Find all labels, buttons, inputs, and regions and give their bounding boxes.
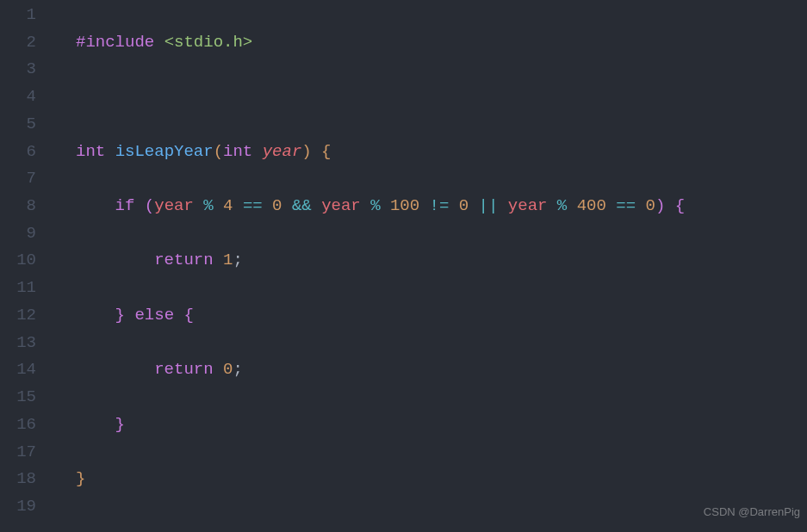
operator: == (243, 196, 263, 215)
code-line: } (76, 466, 807, 493)
line-number: 16 (0, 411, 36, 439)
code-line: } else { (76, 302, 807, 330)
operator: % (203, 196, 213, 215)
line-number: 10 (0, 247, 36, 275)
number: 4 (223, 196, 233, 215)
code-line (76, 84, 807, 111)
brace-open: { (675, 196, 685, 215)
operator: || (479, 196, 499, 215)
if-keyword: if (115, 196, 135, 215)
function-name: isLeapYear (115, 142, 214, 161)
paren-close: ) (301, 142, 311, 161)
paren-open: ( (214, 142, 223, 161)
line-number-gutter: 1 2 3 4 5 6 7 8 9 10 11 12 13 14 15 16 1… (0, 0, 52, 532)
code-editor: 1 2 3 4 5 6 7 8 9 10 11 12 13 14 15 16 1… (0, 0, 807, 532)
code-line: int isLeapYear(int year) { (76, 139, 807, 166)
line-number: 9 (0, 220, 36, 248)
number: 100 (390, 196, 419, 215)
line-number: 14 (0, 356, 36, 384)
include-header: <stdio.h> (165, 33, 253, 52)
line-number: 3 (0, 56, 36, 84)
number: 0 (223, 360, 233, 379)
brace-open: { (183, 306, 193, 325)
line-number: 13 (0, 330, 36, 357)
line-number: 12 (0, 302, 36, 330)
paren-open: ( (145, 196, 154, 215)
number: 0 (646, 196, 655, 215)
line-number: 18 (0, 466, 36, 493)
line-number: 4 (0, 84, 36, 111)
operator: % (370, 196, 380, 215)
return-keyword: return (154, 360, 213, 379)
paren-close: ) (655, 196, 665, 215)
semicolon: ; (233, 360, 242, 379)
preprocessor-keyword: #include (76, 33, 154, 52)
else-keyword: else (134, 306, 174, 325)
number: 1 (223, 251, 233, 269)
variable: year (508, 196, 548, 215)
variable: year (154, 196, 194, 215)
line-number: 7 (0, 165, 36, 193)
type-keyword: int (76, 142, 105, 161)
variable: year (321, 196, 361, 215)
type-keyword: int (223, 142, 252, 161)
operator: % (557, 196, 567, 215)
code-line: } (76, 411, 807, 439)
operator: && (292, 196, 312, 215)
code-content[interactable]: #include <stdio.h> int isLeapYear(int ye… (52, 0, 807, 532)
code-line: return 1; (76, 247, 807, 275)
line-number: 15 (0, 384, 36, 411)
number: 0 (272, 196, 282, 215)
number: 0 (459, 196, 469, 215)
number: 400 (577, 196, 606, 215)
brace-close: } (115, 306, 125, 325)
code-line: #include <stdio.h> (76, 29, 807, 57)
watermark: CSDN @DarrenPig (704, 503, 800, 522)
line-number: 11 (0, 275, 36, 302)
semicolon: ; (233, 251, 242, 269)
brace-close: } (115, 415, 125, 434)
operator: != (430, 196, 450, 215)
line-number: 19 (0, 493, 36, 521)
line-number: 1 (0, 2, 36, 29)
line-number: 5 (0, 111, 36, 139)
line-number: 8 (0, 193, 36, 220)
return-keyword: return (154, 251, 213, 269)
brace-open: { (321, 142, 331, 161)
line-number: 17 (0, 439, 36, 467)
line-number: 2 (0, 29, 36, 57)
operator: == (616, 196, 636, 215)
code-line: if (year % 4 == 0 && year % 100 != 0 || … (76, 193, 807, 220)
code-line: return 0; (76, 356, 807, 384)
line-number: 6 (0, 139, 36, 166)
parameter: year (263, 142, 302, 161)
brace-close: } (76, 469, 85, 488)
code-line (76, 521, 807, 532)
